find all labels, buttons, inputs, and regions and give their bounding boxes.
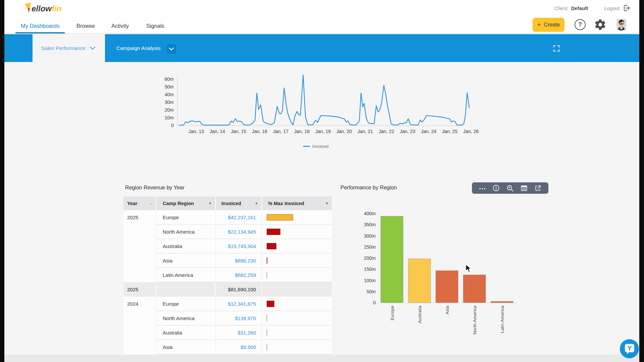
pct-max-bar-cell bbox=[262, 325, 332, 340]
invoiced-cell: $31,260 bbox=[216, 325, 261, 340]
pct-max-bar bbox=[267, 315, 267, 321]
bar-widget-title: Performance by Region bbox=[340, 185, 397, 191]
invoiced-value-link[interactable]: $31,260 bbox=[238, 330, 256, 336]
help-button[interactable]: ? bbox=[575, 19, 586, 30]
invoiced-value-link[interactable]: $9,500 bbox=[240, 344, 256, 350]
assisted-insights-icon[interactable] bbox=[506, 184, 514, 192]
active-tab-underline bbox=[15, 32, 65, 34]
sort-desc-icon: ▼ bbox=[209, 202, 212, 205]
info-icon[interactable] bbox=[492, 184, 500, 192]
column-header-year[interactable]: Year▲ bbox=[123, 196, 156, 210]
pct-max-bar bbox=[267, 229, 280, 235]
column-header--max-invoiced[interactable]: % Max Invoiced▼ bbox=[262, 196, 332, 210]
table-row: Asia$9,500 bbox=[123, 340, 332, 354]
invoiced-value-link[interactable]: $22,134,945 bbox=[228, 229, 256, 235]
mouse-cursor bbox=[465, 264, 473, 273]
campaign-chevron-button[interactable] bbox=[167, 44, 176, 54]
region-cell: Latin America bbox=[157, 268, 215, 282]
invoiced-cell: $139,970 bbox=[216, 311, 261, 325]
pct-max-bar bbox=[267, 257, 267, 264]
table-body: 2025Europe$42,237,161North America$22,13… bbox=[123, 210, 332, 354]
logo-mark bbox=[25, 3, 31, 11]
table-row: 2024Europe$12,341,875 bbox=[123, 297, 332, 311]
gear-icon[interactable] bbox=[594, 18, 606, 31]
client-value: Default bbox=[571, 5, 588, 11]
help-icon: ? bbox=[578, 21, 582, 28]
invoiced-value-link[interactable]: $12,341,875 bbox=[228, 301, 256, 307]
svg-text:Jan, 22: Jan, 22 bbox=[379, 129, 394, 134]
pct-max-bar-cell bbox=[262, 225, 332, 239]
svg-text:250m: 250m bbox=[364, 244, 376, 250]
svg-text:20m: 20m bbox=[165, 107, 174, 113]
widget-toolbar bbox=[472, 182, 548, 194]
legend-swatch bbox=[303, 146, 310, 147]
svg-text:North America: North America bbox=[472, 306, 477, 335]
table-row: Latin America$682,259 bbox=[123, 268, 332, 282]
nav-tab-activity[interactable]: Activity bbox=[111, 23, 129, 29]
column-header-camp-region[interactable]: Camp Region▼ bbox=[157, 196, 215, 210]
invoiced-cell: $9,500 bbox=[216, 340, 261, 354]
nav-tab-my-dashboards[interactable]: My Dashboards bbox=[21, 23, 60, 29]
export-icon[interactable] bbox=[534, 184, 542, 192]
pct-max-bar bbox=[267, 301, 274, 307]
logout-link[interactable]: Logout bbox=[604, 5, 620, 11]
pct-max-bar bbox=[267, 272, 267, 278]
top-header: ellowfin My DashboardsBrowseActivitySign… bbox=[4, 0, 639, 34]
year-cell bbox=[123, 311, 156, 325]
region-cell: North America bbox=[157, 225, 215, 239]
region-cell: Australia bbox=[157, 325, 215, 340]
user-avatar[interactable] bbox=[616, 19, 626, 31]
svg-text:Jan, 15: Jan, 15 bbox=[231, 129, 246, 134]
year-cell bbox=[123, 325, 156, 340]
more-options-icon[interactable] bbox=[479, 184, 486, 192]
sort-desc-icon: ▼ bbox=[325, 202, 328, 205]
invoiced-cell: $81,690,100 bbox=[216, 282, 261, 297]
pct-max-bar-cell bbox=[262, 282, 332, 297]
pct-max-bar bbox=[267, 329, 267, 336]
create-button[interactable]: + Create bbox=[533, 18, 565, 32]
invoiced-value-link[interactable]: $42,237,161 bbox=[228, 215, 256, 220]
svg-text:30m: 30m bbox=[165, 100, 174, 105]
invoiced-cell: $22,134,945 bbox=[216, 225, 261, 239]
tab-campaign-analysis[interactable]: Campaign Analysis bbox=[116, 45, 161, 51]
invoiced-value-link[interactable]: $890,230 bbox=[235, 258, 256, 263]
svg-text:350m: 350m bbox=[364, 222, 376, 227]
pct-max-bar-cell bbox=[262, 268, 332, 282]
tab-sales-performance[interactable]: Sales Performance bbox=[33, 34, 105, 62]
column-header-invoiced[interactable]: Invoiced▼ bbox=[216, 196, 261, 210]
nav-tab-browse[interactable]: Browse bbox=[76, 23, 95, 29]
yellowfin-logo[interactable]: ellowfin bbox=[20, 2, 70, 14]
pct-max-bar bbox=[267, 344, 267, 350]
region-cell bbox=[157, 282, 215, 297]
client-row: Client: Default Logout bbox=[554, 4, 631, 12]
invoiced-cell: $890,230 bbox=[216, 253, 261, 268]
svg-text:100m: 100m bbox=[364, 278, 376, 283]
year-cell: 2024 bbox=[123, 297, 156, 311]
invoiced-value-link[interactable]: $139,970 bbox=[235, 315, 256, 321]
chevron-down-icon[interactable] bbox=[90, 46, 96, 50]
pct-max-bar bbox=[267, 214, 293, 221]
invoiced-value-link[interactable]: $15,745,504 bbox=[228, 243, 256, 249]
line-chart-legend: Invoiced bbox=[303, 144, 328, 149]
year-cell bbox=[123, 239, 156, 253]
svg-text:50m: 50m bbox=[165, 84, 174, 89]
invoiced-value-link[interactable]: $682,259 bbox=[235, 272, 256, 278]
table-view-icon[interactable] bbox=[520, 184, 528, 192]
year-cell bbox=[123, 253, 156, 268]
svg-text:Jan, 17: Jan, 17 bbox=[273, 129, 288, 134]
right-letterbox bbox=[639, 0, 644, 362]
sort-asc-icon: ▲ bbox=[149, 202, 152, 205]
fullscreen-icon[interactable] bbox=[552, 45, 560, 52]
performance-bar-chart: 050m100m150m200m250m300m350m400mEuropeAu… bbox=[352, 208, 533, 342]
logout-icon[interactable] bbox=[623, 4, 631, 12]
plus-icon: + bbox=[537, 21, 541, 28]
pct-max-bar-cell bbox=[262, 340, 332, 354]
bottom-band bbox=[4, 355, 639, 362]
yellowfin-chat-button[interactable]: Y bbox=[620, 339, 639, 358]
invoiced-cell: $42,237,161 bbox=[216, 210, 261, 225]
invoiced-cell: $12,341,875 bbox=[216, 297, 261, 311]
nav-tab-signals[interactable]: Signals bbox=[146, 23, 164, 29]
svg-text:40m: 40m bbox=[165, 92, 174, 97]
svg-text:Jan, 18: Jan, 18 bbox=[294, 129, 310, 134]
chevron-down-icon bbox=[169, 47, 174, 51]
